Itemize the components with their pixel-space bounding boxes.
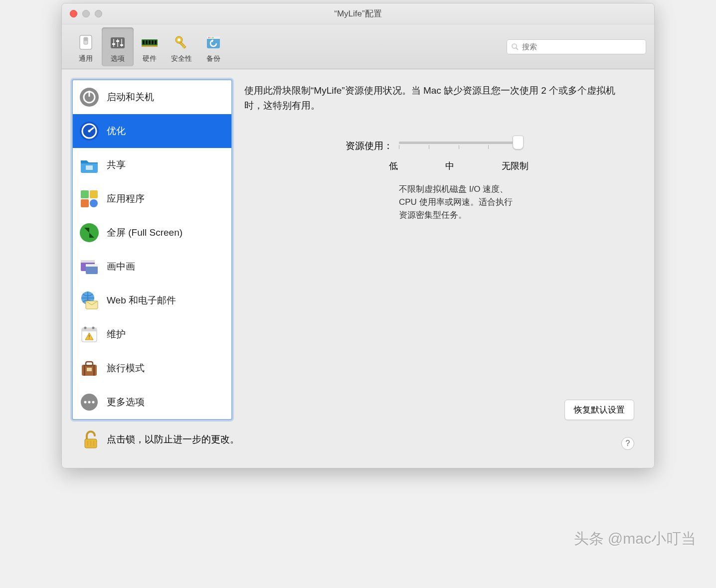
sidebar-item-label: Web 和电子邮件: [107, 294, 176, 307]
restore-defaults-button[interactable]: 恢复默认设置: [564, 400, 634, 420]
watermark: 头条 @mac小叮当: [574, 529, 696, 549]
detail-pane: 使用此滑块限制“MyLife”资源使用状况。当 Mac 缺少资源且您一次使用 2…: [244, 79, 644, 420]
key-icon: [173, 33, 190, 51]
svg-rect-42: [81, 260, 95, 263]
sidebar-item-applications[interactable]: 应用程序: [73, 182, 231, 216]
svg-rect-55: [93, 365, 95, 376]
slider-marks: 低 中 无限制: [389, 160, 529, 172]
svg-point-25: [212, 37, 213, 38]
svg-point-58: [84, 401, 87, 404]
mark-high: 无限制: [502, 160, 529, 172]
svg-rect-14: [152, 40, 154, 44]
svg-rect-8: [116, 40, 119, 42]
tab-backup[interactable]: 备份: [197, 27, 229, 66]
zoom-window-button[interactable]: [95, 10, 102, 17]
svg-point-49: [84, 327, 87, 329]
svg-rect-35: [86, 165, 93, 170]
lock-icon[interactable]: [82, 429, 100, 450]
footer-text: 点击锁，以防止进一步的更改。: [107, 433, 239, 446]
footer: 点击锁，以防止进一步的更改。 ?: [72, 420, 644, 458]
fullscreen-icon: [79, 222, 100, 243]
sidebar-item-label: 启动和关机: [107, 91, 154, 104]
toolbar: 通用 选项 硬件 安全性: [62, 24, 654, 69]
svg-rect-16: [142, 45, 158, 47]
mark-mid: 中: [445, 160, 454, 172]
search-icon: [511, 43, 519, 51]
sidebar-item-label: 优化: [107, 125, 126, 138]
sidebar-item-label: 维护: [107, 328, 126, 341]
backup-icon: [204, 33, 222, 51]
suitcase-icon: [79, 358, 100, 379]
svg-point-26: [512, 44, 517, 48]
pip-icon: [79, 256, 100, 277]
sidebar-item-fullscreen[interactable]: 全屏 (Full Screen): [73, 216, 231, 250]
sidebar-item-startup[interactable]: 启动和关机: [73, 80, 231, 114]
svg-rect-36: [81, 190, 89, 198]
apps-icon: [79, 188, 100, 209]
search-field[interactable]: [507, 39, 646, 54]
svg-rect-4: [113, 39, 114, 47]
folder-icon: [79, 154, 100, 175]
sidebar-item-optimize[interactable]: 优化: [73, 114, 231, 148]
resource-slider[interactable]: [399, 142, 519, 144]
close-window-button[interactable]: [70, 10, 77, 17]
mark-low: 低: [389, 160, 398, 172]
sidebar-item-more[interactable]: 更多选项: [73, 385, 231, 419]
sidebar-item-web-email[interactable]: Web 和电子邮件: [73, 284, 231, 317]
svg-rect-15: [155, 40, 157, 44]
tab-general[interactable]: 通用: [70, 27, 102, 66]
ram-icon: [141, 33, 159, 51]
tab-label: 通用: [79, 54, 93, 63]
sidebar-item-label: 更多选项: [107, 396, 145, 409]
tab-hardware[interactable]: 硬件: [134, 27, 166, 66]
svg-rect-7: [112, 43, 115, 45]
sidebar: 启动和关机 优化 共享 应用程序 全屏 (Full Screen): [72, 79, 232, 420]
tab-label: 选项: [111, 54, 125, 63]
toolbar-tabs: 通用 选项 硬件 安全性: [70, 27, 229, 66]
warning-calendar-icon: !: [79, 324, 100, 345]
svg-rect-53: [86, 362, 93, 366]
globe-mail-icon: [79, 290, 100, 311]
power-icon: [79, 87, 100, 108]
svg-text:!: !: [89, 334, 90, 340]
svg-rect-48: [82, 328, 97, 331]
sidebar-item-travel[interactable]: 旅行模式: [73, 351, 231, 385]
switch-icon: [77, 33, 95, 51]
search-input[interactable]: [522, 42, 642, 51]
window-controls: [70, 10, 102, 17]
sidebar-item-pip[interactable]: 画中画: [73, 250, 231, 284]
minimize-window-button[interactable]: [82, 10, 90, 17]
svg-point-34: [88, 130, 91, 133]
window-title: “MyLife”配置: [334, 8, 381, 19]
tab-security[interactable]: 安全性: [166, 27, 197, 66]
sidebar-item-label: 全屏 (Full Screen): [107, 226, 182, 239]
help-button[interactable]: ?: [621, 437, 634, 450]
sidebar-item-label: 画中画: [107, 260, 135, 273]
resource-slider-row: 资源使用： 低 中 无限制 不限制虚拟机磁盘 I/O: [244, 139, 634, 222]
svg-point-28: [80, 88, 99, 107]
svg-rect-11: [143, 40, 145, 44]
description-text: 使用此滑块限制“MyLife”资源使用状况。当 Mac 缺少资源且您一次使用 2…: [244, 83, 634, 114]
svg-rect-37: [90, 190, 98, 198]
svg-point-24: [210, 37, 211, 38]
titlebar: “MyLife”配置: [62, 3, 654, 24]
svg-rect-54: [84, 365, 85, 376]
svg-rect-9: [120, 44, 123, 46]
svg-point-18: [178, 38, 180, 41]
sidebar-item-sharing[interactable]: 共享: [73, 148, 231, 182]
sidebar-item-label: 应用程序: [107, 192, 145, 205]
svg-rect-13: [149, 40, 151, 44]
svg-line-27: [516, 48, 518, 50]
tab-options[interactable]: 选项: [102, 27, 134, 66]
svg-rect-44: [86, 264, 98, 267]
svg-rect-56: [87, 368, 92, 371]
svg-rect-5: [117, 39, 118, 47]
content-area: 启动和关机 优化 共享 应用程序 全屏 (Full Screen): [62, 69, 654, 468]
slider-label: 资源使用：: [244, 139, 399, 152]
sliders-icon: [109, 33, 127, 51]
sidebar-item-maintenance[interactable]: ! 维护: [73, 317, 231, 351]
slider-explanation: 不限制虚拟机磁盘 I/O 速度、CPU 使用率或网速。适合执行资源密集型任务。: [399, 183, 519, 222]
slider-knob[interactable]: [513, 136, 524, 149]
svg-point-50: [92, 327, 95, 329]
svg-point-39: [90, 199, 98, 207]
